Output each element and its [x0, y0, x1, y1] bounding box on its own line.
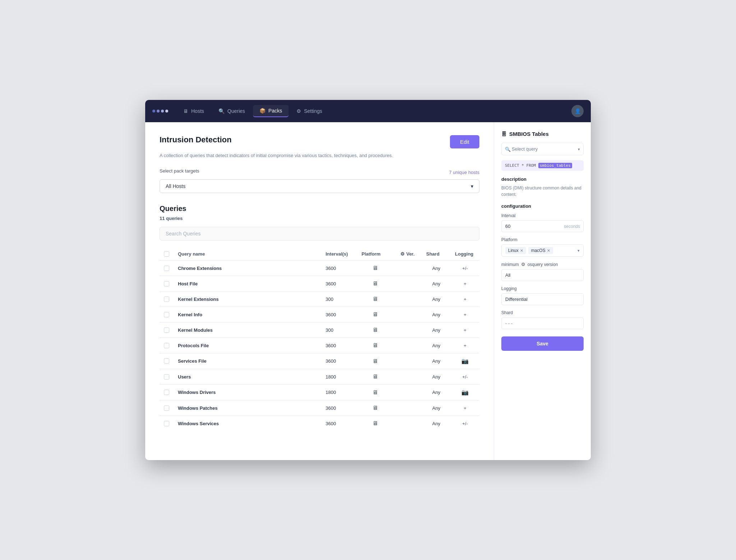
- interval-cell: 3600: [321, 338, 357, 353]
- shard-cell: Any: [422, 400, 451, 416]
- platform-cell: 🖥: [357, 400, 393, 416]
- logging-select[interactable]: Differential: [501, 293, 584, 305]
- table-row: Users 1800 🖥 Any +/-: [160, 369, 479, 385]
- interval-value: 3600: [326, 343, 336, 348]
- search-queries-input[interactable]: [160, 227, 479, 240]
- query-name: Services File: [178, 358, 207, 364]
- row-checkbox[interactable]: [164, 266, 169, 271]
- interval-value: 1800: [326, 390, 336, 395]
- platform-selector[interactable]: Linux ✕ macOS ✕ ▾: [501, 244, 584, 257]
- query-name: Windows Patches: [178, 405, 217, 411]
- shard-value: Any: [432, 390, 440, 395]
- row-checkbox[interactable]: [164, 297, 169, 302]
- table-row: Windows Patches 3600 🖥 Any +: [160, 400, 479, 416]
- platform-cell: 🖥: [357, 322, 393, 338]
- interval-cell: 3600: [321, 307, 357, 322]
- interval-cell: 3600: [321, 400, 357, 416]
- row-checkbox[interactable]: [164, 421, 169, 426]
- query-name-cell: Services File: [174, 353, 321, 369]
- interval-value: 1800: [326, 374, 336, 380]
- version-cell: [393, 353, 422, 369]
- version-cell: [393, 338, 422, 353]
- queries-count: 11 queries: [160, 216, 479, 221]
- nav-settings[interactable]: ⚙ Settings: [290, 105, 329, 117]
- queries-table: Query name Interval(s) Platform ⚙: [160, 248, 479, 431]
- shard-input[interactable]: [501, 317, 584, 329]
- shard-cell: Any: [422, 307, 451, 322]
- interval-value: 300: [326, 327, 334, 333]
- version-select[interactable]: All: [501, 269, 584, 281]
- row-checkbox[interactable]: [164, 327, 169, 333]
- platform-dropdown-arrow[interactable]: ▾: [578, 248, 580, 253]
- user-avatar[interactable]: 👤: [571, 105, 584, 117]
- monitor-icon: 🖥: [372, 327, 378, 333]
- version-field-wrapper: All: [501, 269, 584, 281]
- table-row: Kernel Modules 300 🖥 Any +: [160, 322, 479, 338]
- remove-macos-button[interactable]: ✕: [547, 248, 550, 253]
- monitor-icon: 🖥: [372, 373, 378, 380]
- row-checkbox-cell: [160, 400, 174, 416]
- interval-cell: 300: [321, 322, 357, 338]
- select-all-checkbox[interactable]: [164, 251, 169, 257]
- table-row: Kernel Extensions 300 🖥 Any +: [160, 292, 479, 307]
- col-header-interval: Interval(s): [321, 248, 357, 261]
- col-header-version: ⚙ Ver.: [393, 248, 422, 261]
- queries-icon: 🔍: [218, 108, 225, 114]
- query-name-cell: Users: [174, 369, 321, 385]
- table-row: Chrome Extensions 3600 🖥 Any +/-: [160, 261, 479, 276]
- shard-value: Any: [432, 297, 440, 302]
- platform-cell: 🖥: [357, 307, 393, 322]
- platform-tag-macos: macOS ✕: [528, 247, 553, 254]
- nav-packs[interactable]: 📦 Packs: [253, 105, 289, 117]
- pack-targets-row: Select pack targets 7 unique hosts: [160, 168, 479, 176]
- nav-items: 🖥 Hosts 🔍 Queries 📦 Packs ⚙ Settings: [177, 105, 571, 117]
- page-title: Intrusion Detection: [160, 135, 231, 144]
- shard-cell: Any: [422, 338, 451, 353]
- select-all-header: [160, 248, 174, 261]
- interval-value: 300: [326, 297, 334, 302]
- version-cell: [393, 322, 422, 338]
- row-checkbox-cell: [160, 322, 174, 338]
- logging-cell: 📷: [451, 353, 479, 369]
- description-text: BIOS (DMI) structure common details and …: [501, 185, 584, 198]
- database-icon: 🗄: [501, 131, 506, 137]
- logging-symbol: +: [464, 405, 466, 411]
- row-checkbox[interactable]: [164, 405, 169, 411]
- monitor-icon: 🖥: [372, 389, 378, 395]
- query-name-cell: Windows Drivers: [174, 385, 321, 400]
- select-query-dropdown[interactable]: Select query: [501, 143, 584, 155]
- nav-hosts[interactable]: 🖥 Hosts: [177, 105, 211, 117]
- monitor-icon: 🖥: [372, 405, 378, 411]
- row-checkbox[interactable]: [164, 343, 169, 348]
- page-header: Intrusion Detection Edit: [160, 135, 479, 148]
- col-header-platform: Platform: [357, 248, 393, 261]
- platform-cell: 🖥: [357, 369, 393, 385]
- table-row: Kernel Info 3600 🖥 Any +: [160, 307, 479, 322]
- row-checkbox-cell: [160, 353, 174, 369]
- remove-linux-button[interactable]: ✕: [520, 248, 523, 253]
- logging-symbol: +: [464, 343, 466, 348]
- platform-cell: 🖥: [357, 276, 393, 292]
- seconds-suffix: seconds: [564, 224, 580, 229]
- query-name-cell: Windows Services: [174, 416, 321, 431]
- shard-value: Any: [432, 421, 440, 426]
- query-name: Users: [178, 374, 191, 380]
- query-name-cell: Kernel Info: [174, 307, 321, 322]
- row-checkbox[interactable]: [164, 390, 169, 395]
- interval-value: 3600: [326, 281, 336, 286]
- nav-queries[interactable]: 🔍 Queries: [212, 105, 252, 117]
- targets-dropdown[interactable]: All Hosts ▾: [160, 179, 479, 193]
- interval-label: Interval: [501, 213, 584, 218]
- camera-icon: 📷: [461, 389, 469, 395]
- row-checkbox[interactable]: [164, 358, 169, 364]
- version-cell: [393, 416, 422, 431]
- query-name-cell: Windows Patches: [174, 400, 321, 416]
- row-checkbox[interactable]: [164, 281, 169, 286]
- edit-button[interactable]: Edit: [450, 135, 479, 148]
- row-checkbox[interactable]: [164, 374, 169, 380]
- interval-value: 3600: [326, 266, 336, 271]
- unique-hosts-count: 7 unique hosts: [449, 170, 479, 175]
- row-checkbox[interactable]: [164, 312, 169, 317]
- monitor-icon: 🖥: [372, 280, 378, 286]
- save-button[interactable]: Save: [501, 336, 584, 351]
